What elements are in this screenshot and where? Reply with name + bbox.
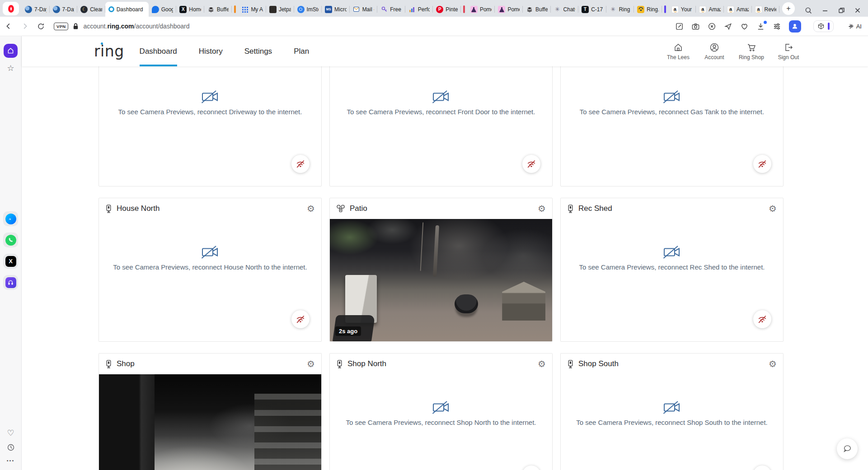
flow-send-icon[interactable]: [724, 22, 732, 31]
browser-tab[interactable]: MSMicro: [322, 2, 350, 17]
browser-tab[interactable]: aAmaz: [724, 2, 752, 17]
browser-tab[interactable]: ImSto: [294, 2, 322, 17]
camera-settings-gear-icon[interactable]: ⚙: [538, 359, 546, 368]
profile-avatar-button[interactable]: [789, 20, 801, 33]
tab-search-icon[interactable]: [805, 7, 812, 14]
browser-tab[interactable]: aRevie: [752, 2, 780, 17]
browser-tab[interactable]: Goog: [149, 2, 177, 17]
browser-tab[interactable]: My A: [238, 2, 266, 17]
wifi-offline-button[interactable]: [753, 310, 771, 328]
close-button[interactable]: [854, 7, 861, 14]
utility-account[interactable]: Account: [703, 42, 726, 60]
amazon-tab-icon: a: [699, 6, 706, 13]
workspace-pill[interactable]: [813, 20, 834, 32]
wifi-offline-button[interactable]: [291, 155, 310, 173]
ring-nav-dashboard[interactable]: Dashboard: [140, 36, 177, 66]
help-chat-button[interactable]: [837, 438, 858, 459]
tab-label: Amaz: [708, 6, 721, 13]
browser-tab[interactable]: ☾Clear: [77, 2, 105, 17]
browser-tab[interactable]: PPinte: [433, 2, 461, 17]
whatsapp-icon[interactable]: [3, 233, 18, 247]
camera-settings-gear-icon[interactable]: ⚙: [769, 359, 777, 368]
camera-settings-gear-icon[interactable]: ⚙: [538, 204, 546, 213]
browser-tab[interactable]: 7-Day: [22, 2, 50, 17]
restore-button[interactable]: [838, 7, 845, 14]
reload-button[interactable]: [37, 23, 45, 30]
opera-menu-button[interactable]: [3, 2, 19, 15]
tab-label: Clear: [90, 6, 102, 13]
browser-tab[interactable]: Ring.c: [634, 2, 662, 17]
browser-tab[interactable]: Jetpa: [266, 2, 294, 17]
browser-tab[interactable]: XHome: [176, 2, 204, 17]
browser-tab[interactable]: 7-Day: [50, 2, 78, 17]
address-bar[interactable]: VPN account.ring.com/account/dashboard: [52, 23, 666, 30]
camera-name: Shop North: [347, 359, 533, 368]
camera-preview[interactable]: [99, 374, 321, 470]
x-twitter-icon[interactable]: X: [3, 254, 18, 269]
browser-tab[interactable]: Pome: [495, 2, 523, 17]
camera-preview[interactable]: To see Camera Previews, reconnect Shop S…: [561, 374, 783, 470]
camera-preview[interactable]: To see Camera Previews, reconnect House …: [99, 219, 321, 341]
browser-tab[interactable]: Mail -: [350, 2, 378, 17]
settings-sliders-icon[interactable]: [773, 22, 781, 31]
utility-the-lees[interactable]: The Lees: [666, 42, 690, 60]
browser-tab-active[interactable]: Dashboard: [105, 2, 149, 17]
key-tab-icon: [380, 6, 388, 13]
browser-tab[interactable]: ✳Ring (: [606, 2, 634, 17]
utility-ring-shop[interactable]: Ring Shop: [739, 42, 764, 60]
bookmark-heart-icon[interactable]: [740, 22, 749, 31]
favorites-heart-icon[interactable]: ♡: [7, 429, 14, 437]
ring-nav-settings[interactable]: Settings: [244, 36, 272, 66]
tab-label: C-17: [591, 6, 603, 13]
messenger-icon[interactable]: [3, 211, 18, 226]
history-clock-icon[interactable]: [7, 443, 15, 451]
ticket-tab-icon: T: [582, 6, 589, 13]
bookmarks-star-icon[interactable]: ☆: [7, 64, 14, 72]
amazon-tab-icon: a: [671, 6, 679, 13]
camera-settings-gear-icon[interactable]: ⚙: [769, 204, 777, 213]
browser-tab[interactable]: TC-17: [578, 2, 606, 17]
circle-x-icon[interactable]: [708, 22, 716, 31]
camera-settings-gear-icon[interactable]: ⚙: [307, 359, 315, 368]
player-headphones-icon[interactable]: [3, 275, 18, 290]
camera-device-icon: [567, 205, 574, 213]
camera-preview[interactable]: 2s ago: [330, 219, 552, 341]
browser-tab[interactable]: Free F: [377, 2, 405, 17]
browser-tab[interactable]: aAmaz: [696, 2, 724, 17]
lock-icon[interactable]: [72, 23, 79, 30]
speed-dial-home-button[interactable]: [4, 44, 18, 58]
back-button[interactable]: [5, 22, 13, 30]
camera-settings-gear-icon[interactable]: ⚙: [307, 204, 315, 213]
wifi-offline-button[interactable]: [753, 465, 771, 470]
browser-tab[interactable]: Perfo: [405, 2, 433, 17]
sidebar-more-ellipsis[interactable]: •••: [7, 458, 15, 463]
utility-sign-out[interactable]: Sign Out: [777, 42, 800, 60]
new-tab-button[interactable]: +: [782, 2, 795, 15]
screenshot-camera-icon[interactable]: [691, 22, 700, 31]
wifi-offline-button[interactable]: [522, 155, 540, 173]
ring-logo[interactable]: ring: [94, 36, 124, 66]
camera-preview[interactable]: To see Camera Previews, reconnect Gas Ta…: [561, 66, 783, 186]
vpn-badge[interactable]: VPN: [54, 23, 68, 30]
browser-tab[interactable]: Pome: [467, 2, 495, 17]
url-text[interactable]: account.ring.com/account/dashboard: [83, 23, 189, 30]
wifi-offline-button[interactable]: [291, 310, 310, 328]
browser-tab[interactable]: ✳ChatG: [551, 2, 579, 17]
browser-tab[interactable]: aYour (: [668, 2, 696, 17]
snapshot-edit-icon[interactable]: [675, 22, 684, 31]
camera-preview[interactable]: To see Camera Previews, reconnect Rec Sh…: [561, 219, 783, 341]
wifi-offline-button[interactable]: [522, 465, 540, 470]
ring-nav-plan[interactable]: Plan: [294, 36, 309, 66]
camera-preview[interactable]: To see Camera Previews, reconnect Shop N…: [330, 374, 552, 470]
tab-group-separator: [463, 5, 465, 13]
ring-nav-history[interactable]: History: [199, 36, 223, 66]
wifi-offline-button[interactable]: [753, 155, 771, 173]
camera-preview[interactable]: To see Camera Previews, reconnect Front …: [330, 66, 552, 186]
downloads-icon[interactable]: [756, 22, 765, 31]
aria-ai-button[interactable]: AI: [848, 23, 862, 30]
browser-tab[interactable]: Buffe: [523, 2, 551, 17]
forward-button[interactable]: [21, 22, 29, 30]
browser-tab[interactable]: Buffe: [204, 2, 232, 17]
camera-preview[interactable]: To see Camera Previews, reconnect Drivew…: [99, 66, 321, 186]
minimize-button[interactable]: [822, 7, 828, 14]
